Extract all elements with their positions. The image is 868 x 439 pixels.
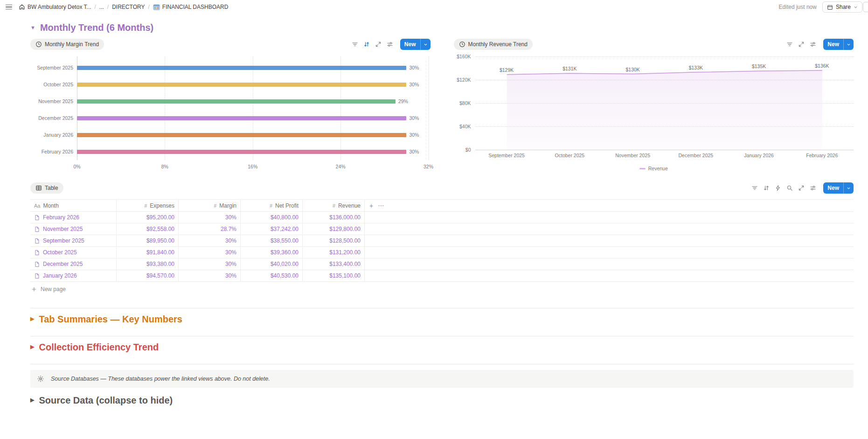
x-axis-tick: November 2025 — [615, 153, 650, 158]
cell-value[interactable]: $135,100.00 — [329, 272, 361, 279]
breadcrumb-ellipsis[interactable]: ... — [99, 4, 104, 10]
cell-value[interactable]: $37,242.00 — [271, 226, 299, 232]
cell-month[interactable]: November 2025 — [43, 226, 83, 232]
expand-icon[interactable] — [375, 41, 382, 48]
bar[interactable] — [77, 150, 406, 154]
view-tab-table[interactable]: Table — [30, 182, 63, 194]
toggle-collapsed-icon[interactable]: ▶ — [30, 344, 34, 350]
sort-icon[interactable] — [763, 185, 770, 191]
sidebar-menu-icon[interactable] — [6, 5, 12, 10]
share-icon — [827, 4, 833, 10]
breadcrumb-directory[interactable]: DIRECTORY — [112, 4, 145, 10]
settings-sliders-icon[interactable] — [387, 41, 393, 48]
cell-value[interactable]: $40,020.00 — [271, 261, 299, 267]
cell-value[interactable]: 30% — [225, 237, 236, 244]
cell-value[interactable]: $128,500.00 — [329, 237, 361, 244]
bar[interactable] — [77, 116, 406, 120]
cell-month[interactable]: October 2025 — [43, 249, 77, 256]
filter-icon[interactable] — [786, 41, 793, 48]
cell-value[interactable]: 28.7% — [221, 226, 236, 232]
share-button[interactable]: Share — [822, 1, 862, 13]
breadcrumb-page[interactable]: FINANCIAL DASHBOARD — [153, 4, 229, 11]
cell-value[interactable]: $129,800.00 — [329, 226, 361, 232]
cell-value[interactable]: 30% — [225, 214, 236, 221]
cell-value[interactable]: $38,550.00 — [271, 237, 299, 244]
margin-chart-toolbar: New — [352, 39, 431, 50]
cell-value[interactable]: 30% — [225, 261, 236, 267]
cell-value[interactable]: $136,000.00 — [329, 214, 361, 221]
cell-value[interactable]: $133,400.00 — [329, 261, 361, 267]
column-header-expenses[interactable]: # Expenses — [117, 200, 179, 211]
x-axis-tick: 0% — [73, 164, 80, 169]
view-tab-monthly-margin-trend[interactable]: Monthly Margin Trend — [30, 39, 104, 50]
table-row[interactable]: February 2026$95,200.0030%$40,800.00$136… — [30, 212, 854, 223]
filter-icon[interactable] — [352, 41, 358, 48]
cell-value[interactable]: $40,800.00 — [271, 214, 299, 221]
chevron-down-icon — [854, 5, 858, 9]
breadcrumb: BW Ambulatory Detox T... / ... / DIRECTO… — [19, 4, 228, 11]
search-icon[interactable] — [786, 185, 793, 191]
add-column-button[interactable]: + — [365, 200, 378, 211]
column-header-net-profit[interactable]: # Net Profit — [241, 200, 303, 211]
settings-sliders-icon[interactable] — [810, 185, 816, 191]
revenue-line-series — [475, 56, 854, 150]
settings-sliders-icon[interactable] — [810, 41, 816, 48]
cell-month[interactable]: February 2026 — [43, 214, 79, 221]
new-page-button[interactable]: New page — [30, 282, 854, 297]
cell-month[interactable]: September 2025 — [43, 237, 84, 244]
toggle-open-icon[interactable]: ▼ — [30, 25, 35, 30]
cell-value[interactable]: $94,570.00 — [146, 272, 174, 279]
table-row[interactable]: October 2025$91,840.0030%$39,360.00$131,… — [30, 247, 854, 258]
cell-month[interactable]: December 2025 — [43, 261, 83, 267]
cell-value[interactable]: $40,530.00 — [271, 272, 299, 279]
table-row[interactable]: January 2026$94,570.0030%$40,530.00$135,… — [30, 270, 854, 282]
filter-icon[interactable] — [751, 185, 758, 191]
table-more-button[interactable]: ⋯ — [378, 200, 384, 211]
new-dropdown-caret[interactable] — [844, 39, 854, 50]
toggle-heading-source-data[interactable]: ▶ Source Data (collapse to hide) — [30, 395, 854, 406]
toggle-collapsed-icon[interactable]: ▶ — [30, 316, 34, 322]
column-header-revenue[interactable]: # Revenue — [303, 200, 365, 211]
table-row[interactable]: November 2025$92,558.0028.7%$37,242.00$1… — [30, 223, 854, 235]
new-dropdown-caret[interactable] — [844, 182, 854, 194]
cell-value[interactable]: $39,360.00 — [271, 249, 299, 256]
toggle-heading-tab-summaries[interactable]: ▶ Tab Summaries — Key Numbers — [30, 314, 854, 325]
new-dropdown-caret[interactable] — [421, 39, 431, 50]
bar[interactable] — [77, 99, 396, 104]
cell-value[interactable]: 30% — [225, 272, 236, 279]
toggle-collapsed-icon[interactable]: ▶ — [30, 397, 34, 403]
toggle-heading-monthly-trend[interactable]: ▼ Monthly Trend (6 Months) — [30, 22, 854, 33]
cell-value[interactable]: 30% — [225, 249, 236, 256]
cell-month[interactable]: January 2026 — [43, 272, 77, 279]
new-button[interactable]: New — [823, 39, 854, 50]
cell-value[interactable]: $95,200.00 — [146, 214, 174, 221]
new-button[interactable]: New — [823, 182, 854, 194]
bar-value-label: 30% — [409, 149, 419, 154]
expand-icon[interactable] — [798, 185, 805, 191]
bar[interactable] — [77, 83, 406, 87]
table-row[interactable]: December 2025$93,380.0030%$40,020.00$133… — [30, 258, 854, 270]
data-point-label: $130K — [625, 67, 639, 72]
cell-value[interactable]: $93,380.00 — [146, 261, 174, 267]
sort-icon[interactable] — [363, 41, 370, 48]
revenue-chart-y-axis: $160K$120K$80K$40K$0 — [454, 56, 475, 150]
column-header-margin[interactable]: # Margin — [179, 200, 241, 211]
zap-icon[interactable] — [775, 185, 781, 191]
cell-value[interactable]: $131,200.00 — [329, 249, 361, 256]
bar[interactable] — [77, 66, 406, 70]
cell-value[interactable]: $91,840.00 — [146, 249, 174, 256]
expand-icon[interactable] — [798, 41, 805, 48]
table-section: Table New Aa Month # Expenses # — [30, 181, 854, 297]
new-button[interactable]: New — [400, 39, 431, 50]
bar[interactable] — [77, 133, 406, 137]
cell-value[interactable]: $92,558.00 — [146, 226, 174, 232]
table-row[interactable]: September 2025$89,950.0030%$38,550.00$12… — [30, 235, 854, 247]
view-tab-monthly-revenue-trend[interactable]: Monthly Revenue Trend — [454, 39, 533, 50]
clipped-toolbar-button[interactable] — [863, 2, 868, 12]
toggle-heading-collection-efficiency[interactable]: ▶ Collection Efficiency Trend — [30, 342, 854, 353]
cell-value[interactable]: $89,950.00 — [146, 237, 174, 244]
source-databases-callout[interactable]: Source Databases — These databases power… — [30, 370, 854, 388]
breadcrumb-workspace[interactable]: BW Ambulatory Detox T... — [19, 4, 91, 10]
column-header-month[interactable]: Aa Month — [30, 200, 117, 211]
clock-icon — [35, 41, 42, 48]
